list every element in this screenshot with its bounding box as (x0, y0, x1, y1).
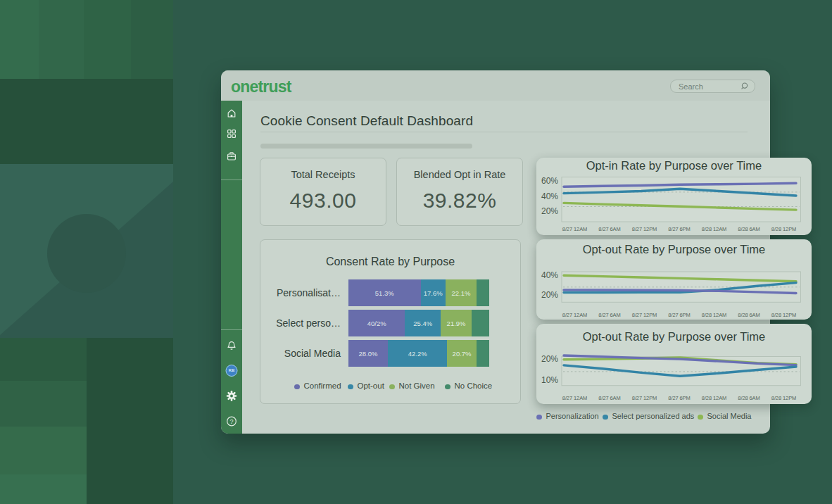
svg-text:8/27 12AM: 8/27 12AM (562, 312, 587, 318)
svg-text:40%: 40% (541, 191, 558, 201)
svg-text:8/27 12PM: 8/27 12PM (632, 226, 657, 232)
svg-text:8/27 12AM: 8/27 12AM (562, 226, 587, 232)
svg-text:?: ? (229, 418, 233, 425)
svg-text:8/28 12AM: 8/28 12AM (702, 395, 726, 401)
svg-text:8/28 12AM: 8/28 12AM (702, 312, 726, 318)
svg-text:20%: 20% (541, 290, 558, 300)
svg-text:8/27 6AM: 8/27 6AM (598, 226, 620, 232)
svg-text:8/27 6PM: 8/27 6PM (668, 226, 690, 232)
svg-text:8/28 12PM: 8/28 12PM (771, 312, 796, 318)
svg-text:10%: 10% (541, 375, 558, 385)
svg-text:8/27 6PM: 8/27 6PM (668, 312, 690, 318)
svg-text:8/28 12AM: 8/28 12AM (702, 226, 726, 232)
svg-text:8/28 12PM: 8/28 12PM (771, 395, 796, 401)
svg-text:20%: 20% (541, 354, 558, 364)
svg-text:8/28 6AM: 8/28 6AM (738, 226, 759, 232)
svg-text:8/28 6AM: 8/28 6AM (738, 312, 759, 318)
svg-text:8/28 6AM: 8/28 6AM (738, 395, 759, 401)
svg-text:40%: 40% (541, 270, 558, 279)
svg-text:8/27 12PM: 8/27 12PM (632, 312, 657, 318)
svg-text:8/28 12PM: 8/28 12PM (771, 226, 796, 232)
svg-text:8/27 6AM: 8/27 6AM (598, 312, 620, 318)
svg-text:8/27 6AM: 8/27 6AM (598, 395, 620, 401)
svg-text:8/27 6PM: 8/27 6PM (668, 395, 690, 401)
svg-text:60%: 60% (541, 176, 558, 186)
svg-text:8/27 12AM: 8/27 12AM (562, 395, 587, 401)
svg-text:8/27 12PM: 8/27 12PM (632, 395, 657, 401)
svg-text:20%: 20% (541, 206, 558, 216)
